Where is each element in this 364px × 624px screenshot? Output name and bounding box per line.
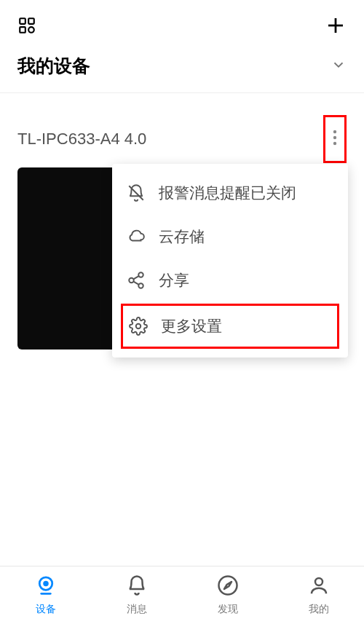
svg-point-6: [333, 130, 336, 133]
more-button-highlight: [323, 115, 347, 163]
menu-item-cloud-storage[interactable]: 云存储: [112, 215, 348, 258]
nav-label: 发现: [218, 603, 238, 616]
grid-view-icon[interactable]: [17, 16, 36, 35]
add-icon[interactable]: [325, 15, 347, 36]
svg-point-15: [136, 324, 141, 329]
menu-item-label: 更多设置: [161, 316, 222, 336]
more-settings-highlight: 更多设置: [121, 304, 339, 349]
camera-icon: [35, 574, 57, 599]
svg-point-11: [129, 278, 134, 283]
menu-item-more-settings[interactable]: 更多设置: [123, 307, 337, 345]
nav-devices[interactable]: 设备: [0, 566, 91, 624]
nav-messages[interactable]: 消息: [91, 566, 182, 624]
svg-point-7: [333, 136, 336, 139]
more-vertical-icon[interactable]: [330, 132, 340, 153]
svg-rect-1: [28, 18, 34, 24]
menu-item-share[interactable]: 分享: [112, 258, 348, 302]
svg-marker-20: [224, 582, 232, 589]
svg-point-3: [28, 27, 34, 33]
gear-icon: [129, 317, 148, 336]
section-title: 我的设备: [17, 54, 90, 78]
top-bar: [0, 0, 364, 47]
menu-item-label: 分享: [159, 270, 189, 291]
svg-point-10: [138, 272, 143, 277]
nav-label: 消息: [127, 603, 147, 616]
bottom-nav: 设备 消息 发现 我的: [0, 566, 364, 624]
nav-label: 我的: [309, 603, 329, 616]
svg-rect-2: [20, 27, 25, 33]
svg-point-17: [43, 581, 49, 587]
section-header: 我的设备: [0, 47, 364, 93]
svg-line-14: [133, 282, 138, 285]
svg-point-21: [315, 578, 323, 585]
user-icon: [308, 574, 330, 599]
camera-preview[interactable]: [17, 167, 119, 349]
bell-off-icon: [127, 183, 146, 202]
svg-point-12: [138, 283, 143, 288]
nav-mine[interactable]: 我的: [273, 566, 364, 624]
svg-rect-0: [20, 18, 25, 24]
device-name: TL-IPC633-A4 4.0: [17, 130, 146, 149]
svg-point-19: [218, 577, 237, 595]
nav-discover[interactable]: 发现: [182, 566, 273, 624]
menu-item-label: 云存储: [159, 226, 205, 247]
device-menu-popup: 报警消息提醒已关闭 云存储 分享: [112, 164, 348, 358]
svg-line-13: [133, 276, 138, 279]
device-row: TL-IPC633-A4 4.0: [0, 93, 364, 175]
cloud-icon: [127, 227, 146, 246]
menu-item-alarm[interactable]: 报警消息提醒已关闭: [112, 171, 348, 215]
share-icon: [127, 271, 146, 290]
menu-item-label: 报警消息提醒已关闭: [159, 183, 296, 203]
svg-point-8: [333, 142, 336, 145]
chevron-down-icon[interactable]: [331, 57, 347, 76]
bell-icon: [126, 574, 148, 599]
nav-label: 设备: [36, 603, 56, 616]
compass-icon: [217, 574, 239, 599]
